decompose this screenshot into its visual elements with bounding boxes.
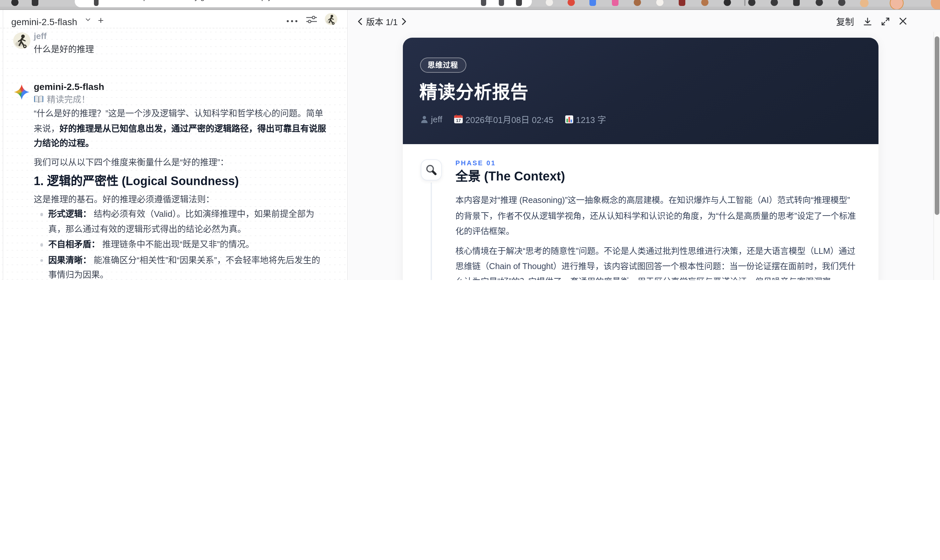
svg-text:17: 17 (456, 118, 461, 123)
